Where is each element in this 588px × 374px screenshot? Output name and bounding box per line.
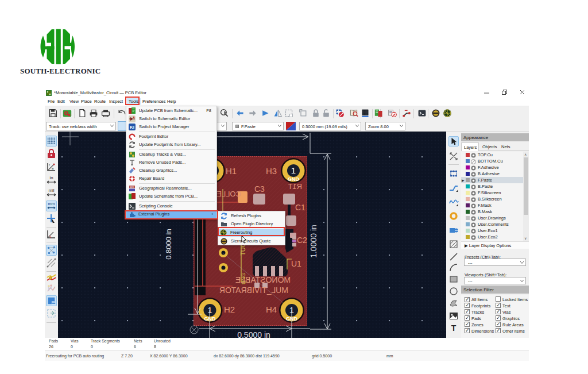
svg-text:in: in xyxy=(49,175,53,180)
svg-text:1.0000 in: 1.0000 in xyxy=(309,225,318,258)
svg-text:0.8000 in: 0.8000 in xyxy=(164,229,173,260)
svg-text:GND: GND xyxy=(288,176,300,182)
svg-text:C3: C3 xyxy=(254,184,265,194)
svg-text:H4: H4 xyxy=(266,304,277,314)
svg-text:r: r xyxy=(49,163,50,167)
svg-text:θ: θ xyxy=(52,167,54,171)
svg-text:H1: H1 xyxy=(226,166,237,176)
svg-text:C2: C2 xyxy=(297,236,307,245)
svg-text:H3: H3 xyxy=(266,166,277,176)
svg-text:R1T: R1T xyxy=(288,182,302,191)
svg-text:mm: mm xyxy=(48,202,55,206)
svg-text:GND: GND xyxy=(204,316,216,322)
svg-text:C1: C1 xyxy=(295,203,305,212)
svg-text:Ki: Ki xyxy=(130,125,134,130)
svg-text:0.5000 in: 0.5000 in xyxy=(237,330,270,338)
svg-text:1: 1 xyxy=(291,165,296,175)
svg-text:H2: H2 xyxy=(224,304,235,314)
svg-text:123: 123 xyxy=(130,186,134,188)
svg-text:T: T xyxy=(451,323,457,333)
svg-text:U1: U1 xyxy=(291,259,301,268)
svg-text:mil: mil xyxy=(48,188,54,193)
svg-text:MUL_TIVIBRATOR: MUL_TIVIBRATOR xyxy=(219,286,288,295)
svg-text:DNG: DNG xyxy=(241,273,246,284)
